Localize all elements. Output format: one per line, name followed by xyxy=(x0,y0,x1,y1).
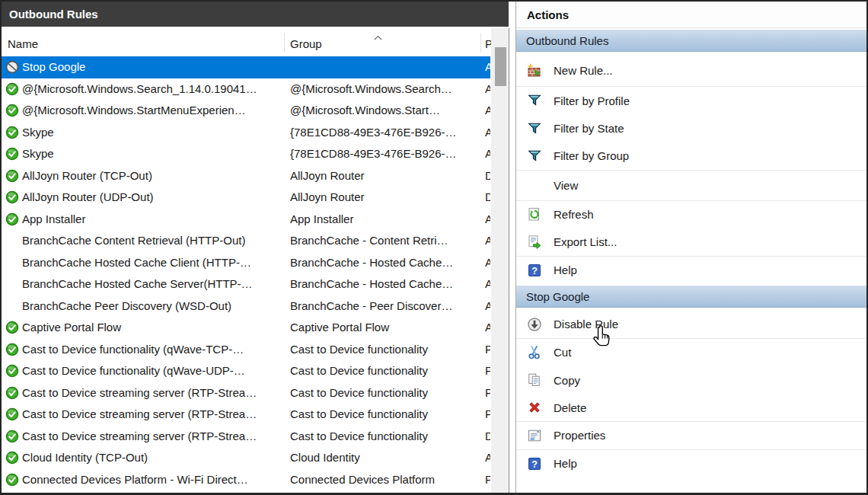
table-row[interactable]: Cast to Device streaming server (RTP-Str… xyxy=(2,426,490,448)
check-icon xyxy=(5,147,19,161)
rule-profile: Domain xyxy=(485,165,490,187)
rule-name: BranchCache Content Retrieval (HTTP-Out) xyxy=(22,230,284,252)
actions-section-header[interactable]: Stop Google xyxy=(516,286,866,308)
rule-name: Cloud Identity (TCP-Out) xyxy=(22,447,284,469)
mouse-cursor-hand-icon xyxy=(592,324,612,349)
rule-name: App Installer xyxy=(22,209,284,231)
action-help[interactable]: ?Help xyxy=(516,257,866,285)
action-label: Copy xyxy=(554,374,580,387)
table-row[interactable]: BranchCache Hosted Cache Client (HTTP-…B… xyxy=(2,252,490,274)
svg-text:?: ? xyxy=(531,458,538,469)
action-copy[interactable]: Copy xyxy=(516,366,866,394)
action-filter-by-profile[interactable]: Filter by Profile xyxy=(516,87,866,115)
action-help[interactable]: ?Help xyxy=(516,450,866,478)
table-row[interactable]: @{Microsoft.Windows.Search_1.14.0.19041…… xyxy=(2,78,490,101)
rule-name: BranchCache Hosted Cache Client (HTTP-… xyxy=(22,252,284,274)
rule-name: AllJoyn Router (UDP-Out) xyxy=(22,187,284,209)
rule-name: Skype xyxy=(22,143,284,165)
table-row[interactable]: AllJoyn Router (UDP-Out)AllJoyn RouterDo… xyxy=(2,187,490,209)
table-row[interactable]: Skype{78E1CD88-49E3-476E-B926-…All xyxy=(2,122,490,144)
rule-group: Cast to Device functionality xyxy=(290,339,479,361)
table-row[interactable]: App InstallerApp InstallerAll xyxy=(2,209,490,231)
action-label: New Rule... xyxy=(554,64,613,77)
filter-icon xyxy=(527,121,542,136)
table-row[interactable]: Cloud Identity (TCP-Out)Cloud IdentityAl… xyxy=(2,447,490,469)
disable-icon xyxy=(527,317,542,332)
action-export-list[interactable]: Export List... xyxy=(516,228,866,257)
rule-group: {78E1CD88-49E3-476E-B926-… xyxy=(290,122,479,144)
rule-name: Skype xyxy=(22,122,284,144)
rule-group: Captive Portal Flow xyxy=(290,317,479,339)
rule-profile: Private xyxy=(485,360,490,382)
table-row[interactable]: Cast to Device functionality (qWave-UDP-… xyxy=(2,360,490,382)
rule-group: @{Microsoft.Windows.Search… xyxy=(290,78,479,101)
action-view[interactable]: View xyxy=(516,171,866,201)
no-icon xyxy=(5,234,19,248)
export-icon xyxy=(527,235,542,250)
check-icon xyxy=(5,430,19,443)
action-label: Refresh xyxy=(554,208,594,221)
no-icon xyxy=(5,256,19,270)
rule-group: Cast to Device functionality xyxy=(290,404,479,426)
rules-panel-title: Outbound Rules xyxy=(2,2,509,27)
no-icon xyxy=(5,299,19,313)
rule-group: BranchCache - Hosted Cache… xyxy=(290,252,479,274)
table-row[interactable]: Connected Devices Platform - Wi-Fi Direc… xyxy=(2,469,490,491)
rule-name: Connected Devices Platform - Wi-Fi Direc… xyxy=(22,469,284,491)
table-row[interactable]: @{Microsoft.Windows.StartMenuExperien…@{… xyxy=(2,100,490,122)
column-header-row: Name Group Profile xyxy=(2,28,490,56)
table-row[interactable]: AllJoyn Router (TCP-Out)AllJoyn RouterDo… xyxy=(2,165,490,187)
rule-name: AllJoyn Router (TCP-Out) xyxy=(22,165,284,187)
table-row[interactable]: BranchCache Content Retrieval (HTTP-Out)… xyxy=(2,230,490,252)
rule-profile: All xyxy=(485,317,490,339)
table-row[interactable]: Cast to Device streaming server (RTP-Str… xyxy=(2,404,490,426)
rule-group: @{Microsoft.Windows.Start… xyxy=(290,100,479,122)
rule-group: {78E1CD88-49E3-476E-B926-… xyxy=(290,143,479,165)
action-cut[interactable]: Cut xyxy=(516,339,866,367)
window-border-left xyxy=(0,0,2,495)
action-properties[interactable]: Properties xyxy=(516,422,866,450)
column-divider[interactable] xyxy=(284,33,285,53)
rule-profile: All xyxy=(485,447,490,469)
actions-section-header[interactable]: Outbound Rules xyxy=(516,30,866,52)
actions-sections: Outbound RulesNew Rule...Filter by Profi… xyxy=(516,30,866,477)
rule-profile: All xyxy=(485,295,490,318)
action-label: Filter by State xyxy=(554,122,624,135)
rule-profile: Private xyxy=(485,382,490,404)
check-icon xyxy=(5,451,19,465)
action-label: Help xyxy=(554,263,577,276)
actions-item-list: Disable RuleCutCopyDeleteProperties?Help xyxy=(516,308,866,477)
table-row[interactable]: Stop GoogleAll xyxy=(2,56,490,78)
check-icon xyxy=(5,321,19,334)
actions-panel-title: Actions xyxy=(516,2,866,28)
action-new-rule[interactable]: New Rule... xyxy=(516,55,866,87)
table-row[interactable]: Cast to Device functionality (qWave-TCP-… xyxy=(2,339,490,361)
rule-profile: All xyxy=(485,100,490,122)
rule-name: BranchCache Peer Discovery (WSD-Out) xyxy=(22,295,284,318)
rule-profile: All xyxy=(485,230,490,252)
delete-icon xyxy=(527,400,542,415)
vertical-scrollbar[interactable] xyxy=(491,28,509,493)
rule-name: @{Microsoft.Windows.Search_1.14.0.19041… xyxy=(22,78,284,101)
action-refresh[interactable]: Refresh xyxy=(516,201,866,229)
check-icon xyxy=(5,104,19,117)
table-row[interactable]: Captive Portal FlowCaptive Portal FlowAl… xyxy=(2,317,490,339)
column-header-name[interactable]: Name xyxy=(8,28,266,56)
action-delete[interactable]: Delete xyxy=(516,394,866,423)
table-row[interactable]: BranchCache Hosted Cache Server(HTTP-…Br… xyxy=(2,273,490,295)
actions-panel: Actions Outbound RulesNew Rule...Filter … xyxy=(516,2,866,493)
table-row[interactable]: Cast to Device streaming server (RTP-Str… xyxy=(2,382,490,404)
column-divider[interactable] xyxy=(480,33,481,53)
table-row[interactable]: Skype{78E1CD88-49E3-476E-B926-…All xyxy=(2,143,490,165)
scrollbar-thumb[interactable] xyxy=(495,47,506,86)
table-row[interactable]: BranchCache Peer Discovery (WSD-Out)Bran… xyxy=(2,295,490,318)
rule-group: App Installer xyxy=(290,209,479,231)
check-icon xyxy=(5,82,19,96)
sort-ascending-icon xyxy=(373,30,383,44)
rule-group: Connected Devices Platform xyxy=(290,469,479,491)
rule-profile: All xyxy=(485,143,490,165)
action-disable-rule[interactable]: Disable Rule xyxy=(516,311,866,339)
filter-icon xyxy=(527,148,542,164)
action-filter-by-group[interactable]: Filter by Group xyxy=(516,142,866,171)
action-filter-by-state[interactable]: Filter by State xyxy=(516,115,866,143)
